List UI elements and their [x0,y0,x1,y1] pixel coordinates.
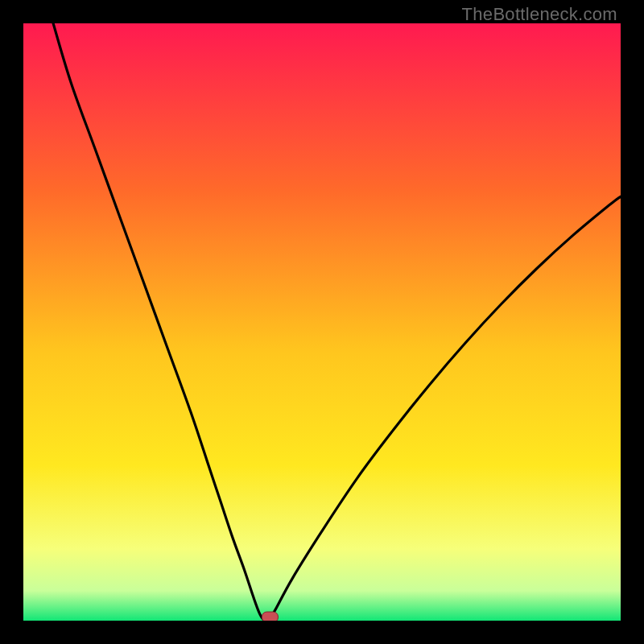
watermark-text: TheBottleneck.com [462,4,617,25]
chart-svg [23,23,621,621]
plot-area [23,23,621,621]
optimal-point-marker [262,612,278,621]
chart-frame: TheBottleneck.com [0,0,644,644]
